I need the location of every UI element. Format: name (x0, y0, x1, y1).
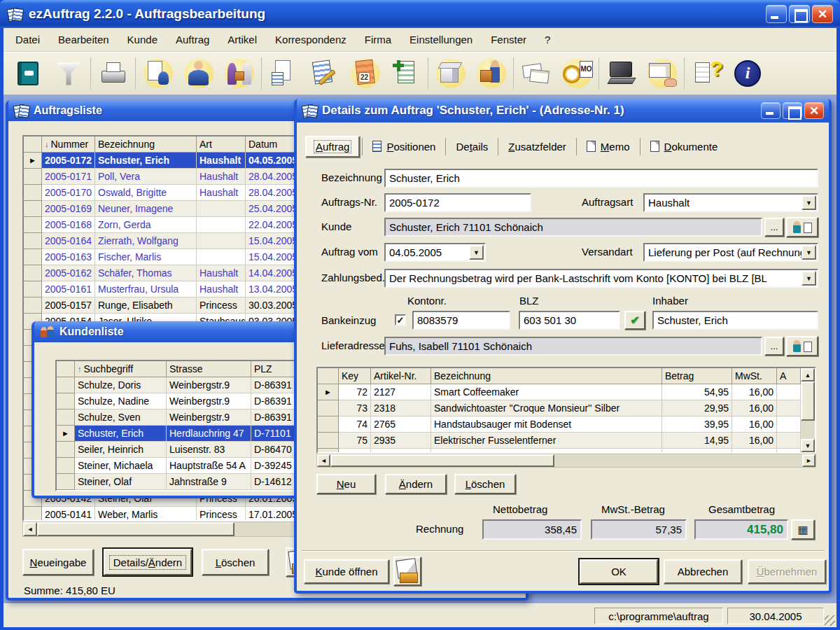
row-selector[interactable] (24, 507, 42, 522)
blz-input[interactable]: 603 501 30 (519, 311, 620, 330)
cell-betrag[interactable]: 300,00 (662, 449, 732, 454)
kontonr-input[interactable]: 8083579 (412, 311, 510, 330)
menu-item-einstellungen[interactable]: Einstellungen (400, 30, 482, 49)
new-order-icon[interactable] (141, 57, 175, 90)
menu-item-?[interactable]: ? (536, 30, 559, 49)
cell-a[interactable] (777, 384, 801, 400)
cell-nummer[interactable]: 2005-0163 (42, 249, 95, 265)
hand-over-icon[interactable] (223, 57, 256, 90)
filter-icon[interactable] (52, 57, 85, 90)
row-selector[interactable] (24, 298, 42, 314)
row-selector[interactable] (318, 433, 339, 449)
cell-artikel[interactable]: 2127 (371, 384, 431, 400)
column-header-suchbegriff[interactable]: ↑Suchbegriff (75, 361, 167, 377)
cell-key[interactable]: 78 (339, 449, 371, 454)
row-selector[interactable] (24, 249, 42, 265)
cell-strasse[interactable]: Weinbergstr.9 (167, 377, 251, 393)
dialog-maximize-icon[interactable] (783, 102, 802, 119)
cell-key[interactable]: 73 (339, 400, 371, 416)
dialog-minimize-icon[interactable] (761, 102, 780, 119)
package-icon[interactable] (434, 57, 468, 90)
row-selector[interactable] (24, 281, 42, 298)
cell-art[interactable] (197, 249, 246, 265)
payment-icon[interactable] (645, 57, 679, 90)
cell-bezeichnung[interactable]: Oswald, Brigitte (95, 185, 197, 201)
cell-a[interactable] (777, 400, 801, 416)
blz-verify-check-icon[interactable]: ✔ (624, 311, 645, 330)
row-selector[interactable]: ► (318, 384, 339, 400)
cell-strasse[interactable]: Herdlauchring 47 (167, 426, 251, 442)
scroll-down-icon[interactable]: ▼ (801, 439, 815, 452)
chevron-down-icon[interactable]: ▼ (802, 195, 816, 210)
cell-a[interactable] (777, 416, 801, 433)
chevron-down-icon[interactable]: ▼ (802, 245, 816, 260)
cell-bezeichnung[interactable]: Weber, Marlis (95, 507, 197, 522)
column-header-key[interactable]: Key (339, 368, 371, 384)
cell-bezeichnung[interactable]: Elektrischer Fusselentferner (431, 433, 662, 449)
positions-vscrollbar[interactable]: ▲ ▼ (801, 368, 815, 452)
cell-betrag[interactable]: 39,95 (662, 416, 732, 433)
cell-bezeichnung[interactable]: Schäfer, Thomas (95, 265, 197, 281)
row-selector[interactable]: ► (24, 153, 42, 169)
cell-suchbegriff[interactable]: Schulze, Doris (75, 377, 167, 393)
address-book-icon[interactable] (11, 57, 45, 90)
cell-a[interactable] (777, 449, 801, 454)
details-aendern-button[interactable]: Details/Ändern (104, 549, 192, 575)
office-icon[interactable] (605, 57, 638, 90)
row-selector[interactable] (24, 169, 42, 185)
row-selector[interactable] (24, 201, 42, 217)
lieferadresse-browse-button[interactable]: ... (764, 337, 784, 356)
tab-auftrag[interactable]: Auftrag (305, 136, 360, 158)
cell-key[interactable]: 75 (339, 433, 371, 449)
scroll-left-icon[interactable]: ◄ (23, 522, 37, 536)
auftragsart-select[interactable]: Haushalt▼ (643, 193, 818, 212)
cell-nummer[interactable]: 2005-0168 (42, 217, 95, 233)
cell-art[interactable] (197, 217, 246, 233)
cell-bezeichnung[interactable]: Runge, Elisabeth (95, 298, 197, 314)
lieferadresse-open-icon[interactable] (786, 336, 818, 356)
cell-nummer[interactable]: 2005-0162 (42, 265, 95, 281)
row-selector[interactable] (318, 400, 339, 416)
cell-artikel[interactable]: 2318 (371, 400, 431, 416)
cell-betrag[interactable]: 54,95 (662, 384, 732, 400)
cell-artikel[interactable]: HLP45 (371, 449, 431, 454)
cell-bezeichnung[interactable]: Zierrath, Wolfgang (95, 233, 197, 249)
cell-art[interactable]: Princess (197, 507, 246, 522)
position-aendern-button[interactable]: Ändern (385, 474, 447, 494)
print-icon[interactable] (97, 57, 130, 90)
row-selector[interactable] (57, 393, 75, 410)
chevron-down-icon[interactable]: ▼ (469, 245, 484, 260)
menu-item-korrespondenz[interactable]: Korrespondenz (266, 30, 356, 49)
tab-positionen[interactable]: Positionen (365, 137, 443, 156)
reminder-icon[interactable]: MO (560, 57, 594, 90)
cell-bezeichnung[interactable]: Musterfrau, Ursula (95, 281, 197, 298)
column-header-nummer[interactable]: ↓Nummer (42, 136, 95, 153)
tab-dokumente[interactable]: Dokumente (643, 137, 726, 156)
customer-icon[interactable] (182, 57, 216, 90)
order-positions-icon[interactable] (389, 57, 423, 90)
cell-suchbegriff[interactable]: Schulze, Nadine (75, 393, 167, 410)
cell-bezeichnung[interactable]: Neuner, Imagene (95, 201, 197, 217)
cell-art[interactable]: Haushalt (197, 265, 246, 281)
cell-art[interactable]: Haushalt (197, 169, 246, 185)
cell-art[interactable]: Haushalt (197, 185, 246, 201)
scroll-thumb[interactable] (37, 522, 234, 536)
order-copy-icon[interactable] (267, 57, 301, 90)
delivery-icon[interactable] (475, 57, 508, 90)
column-header-bezeichnung[interactable]: Bezeichnung (431, 368, 662, 384)
column-header-bezeichnung[interactable]: Bezeichnung (95, 136, 197, 153)
menu-item-fenster[interactable]: Fenster (482, 30, 536, 49)
positions-hscrollbar[interactable]: ◄ ► (316, 454, 816, 468)
resize-grip[interactable] (825, 615, 835, 626)
auftragsnr-input[interactable]: 2005-0172 (384, 193, 531, 212)
mail-icon[interactable] (519, 57, 553, 90)
cell-suchbegriff[interactable]: Steiner, Michaela (75, 458, 167, 474)
scroll-up-icon[interactable]: ▲ (801, 368, 815, 382)
abbrechen-button[interactable]: Abbrechen (664, 559, 742, 584)
position-loeschen-button[interactable]: Löschen (454, 474, 516, 494)
tab-memo[interactable]: Memo (579, 137, 638, 156)
versandart-select[interactable]: Lieferung per Post (auf Rechnung)▼ (643, 243, 818, 262)
close-icon[interactable] (812, 5, 833, 23)
menu-item-firma[interactable]: Firma (356, 30, 400, 49)
column-header-a[interactable]: A (777, 368, 801, 384)
